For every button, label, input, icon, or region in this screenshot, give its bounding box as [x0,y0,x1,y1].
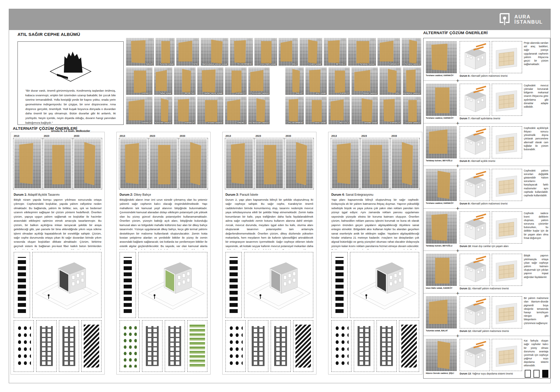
solution-photo-block: Tarlabaşı bulvarı, BEYOĞLU [426,211,457,250]
case-label: Durum 3: [225,193,239,196]
album-photo-tile: 2023 Tulumba sokak [155,38,175,66]
case-label: Durum 1: [14,193,27,196]
diagram-isometric-view [138,252,207,318]
photo-caption: BEŞİKTAŞ [185,92,195,94]
album-photo-tile: 2013 Tarlabaşı bulvarı [348,38,376,66]
solution-caption-label: Durum 12: [460,330,472,332]
solution-photo-caption: Hüsrev Gerede caddesi, ŞİŞLİ [426,372,457,374]
diagram-detail-strip [120,252,136,318]
photo-year-label: 2023 [373,68,377,70]
photo-caption: ŞİŞLİ [395,92,400,94]
photo-year-label: 2023 [167,97,171,99]
solution-photo-caption: Tulumba sokak, BALAT [426,330,457,332]
album-photo-tile: 2023 Kemeraltı caddesi [248,67,270,95]
crosshair-mark: + [456,333,459,339]
photo-caption: Cevahir sokak [308,63,321,65]
case-diagram-top-row [120,252,207,318]
case-description: Bitişiğindeki alanın imar izni uzun süre… [120,198,207,250]
solution-row: + Tershane caddesi, KARAKÖY [424,166,550,208]
case-year-label: 2013 [14,134,41,137]
photo-caption: YELDEĞİRMENİ [237,63,251,65]
solution-caption-label: Durum 6: [460,75,470,77]
solution-caption-title: İnsan dışı canlılar için yaşam alanı [472,245,509,248]
case-diagram-top-row [225,252,313,318]
solution-photo-block: Hüsrev Gerede caddesi, ŞİŞLİ [426,339,457,377]
case-diagram-bottom-row [14,320,102,372]
photo-year-label: 2013 [395,38,399,41]
solution-diagram-proposal [460,84,490,116]
diagram-pattern-box [331,320,351,372]
photo-year-label: 2023 [373,97,377,99]
solution-photo-block: Tulumba sokak, BALAT [426,296,457,335]
diagram-elevation-box [248,320,268,372]
solution-photo-block: Tershane caddesi, KARAKÖY [426,84,457,122]
photo-year-label: 2023 [341,38,345,41]
photo-caption: BALAT [296,92,303,94]
album-photo-tile: 2013 KARAKÖY [126,67,153,95]
case-photo-2013 [226,139,253,188]
solution-row: + Uzun Hafız sokak, KADIKÖY [424,251,550,293]
solution-photo [426,169,457,201]
diagram-pattern-box [14,320,34,372]
album-row: 2013 KARAKÖY 2023 Taflan sokak 2013 BEŞİ… [126,67,421,95]
solution-photo-block: Tershane caddesi, KARAKÖY [426,169,457,207]
diagram-texture-box [187,320,207,372]
solution-note: Cephede sadece kısmi deliklerin oluşması… [524,211,548,250]
album-photo-tile: 2023 Hattat Tahsin sokak [197,67,224,95]
case-photo-row [332,139,419,188]
photo-caption: KARAKÖY [141,122,151,124]
case-years-row: 2013 2023 2033 [120,134,207,137]
diagram-elevation-box [142,320,162,372]
diagram-elevation-box [165,320,185,372]
case-photo-row [226,139,313,188]
solution-diagram-result [492,169,522,201]
solution-diagram-result [492,84,522,116]
solution-row: + Tulumba sokak, BALAT [424,293,550,336]
case-title: Durum 4: Sanat Entegrasyonu [331,193,419,196]
solution-note: Cephedeki açıklık/ışık ihtiyacı sonucu y… [524,126,548,164]
case-description: Durum 2, yapı planı kapsamında bilinçli … [225,198,313,250]
solution-photo [426,41,457,73]
solution-row: + Tershane caddesi, KARAKÖY [424,38,550,80]
album-photo-tile: 2013 KADIKÖY [328,67,350,95]
album-photo-tile: 2013 YELDEĞİRMENİ [285,97,304,124]
page-indicator [525,370,548,378]
solution-diagram-row [460,126,522,158]
album-photo-tile: 2023 Mahmutpaşa yokuşu sokak [201,38,229,66]
solution-diagram-block: Durum 6: Alternatif yalıtım malzemesi ön… [460,41,522,79]
solution-diagram-result [492,296,522,328]
case-year-label: 2023 [256,134,283,137]
photo-year-label: 2023 [416,38,420,41]
diagram-texture-box [399,320,419,372]
case-photo-2023 [150,139,177,188]
album-photo-tile: 2023 Tersane caddesi [197,97,224,124]
case-photo-2013 [120,139,147,188]
solution-photo-caption: Tershane caddesi, KARAKÖY [426,117,457,119]
photo-caption: KADIKÖY [340,92,349,94]
diagram-isometric-view [350,252,419,318]
photo-year-label: 2013 [293,38,297,41]
solution-caption-label: Durum 7: [460,117,470,120]
case-year-label: 2013 [120,134,147,137]
solution-caption-label: Durum 13: [460,372,472,375]
photo-year-label: 2013 [241,97,245,99]
solution-note: Cephedeki yalıtım sorunları değişiklik g… [524,169,548,207]
solution-caption: Durum 8: Alternatif açıklık önerisi [460,160,522,162]
solution-caption-title: Yağmur suyu depolama sistemi önerisi [472,372,513,375]
diagram-elevation-box [354,320,374,372]
case-name: Dikey Bahçe [134,193,151,196]
album-photo-tile: 2023 Meclisi Mebusan caddesi [248,97,270,124]
solution-diagram-proposal [460,126,490,158]
solution-diagram-proposal [460,169,490,201]
case-year-label: 2033 [180,134,207,137]
photo-year-label: 2013 [190,68,194,70]
case-title: Durum 1: Adaptif Açıklık Tasarımı [14,193,102,196]
solution-diagram-proposal [460,254,490,286]
album-row: 2013 BALAT 2023 Tulumba sokak 2013 FATİH… [126,38,421,66]
case-diagram-area [225,252,313,372]
solution-diagram-row [460,211,522,244]
solution-caption: Durum 12: Alternatif yalıtım malzemesi ö… [460,330,522,332]
solution-caption-title: Alternatif yalıtım malzemesi önerisi [471,202,508,205]
case-name: Sanat Entegrasyonu [346,193,373,196]
page-indicator-square [542,370,548,378]
